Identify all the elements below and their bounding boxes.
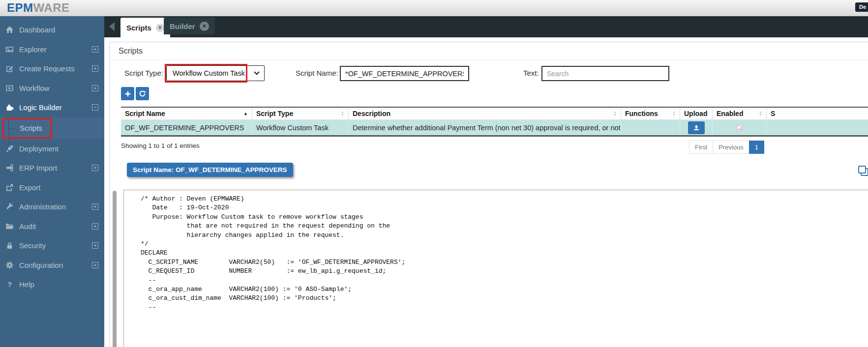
sidebar-menu: Dashboard Explorer + Create Requests + W… bbox=[0, 16, 104, 294]
sidebar-item-export[interactable]: Export bbox=[0, 178, 104, 198]
sort-asc-icon: ▲ bbox=[243, 111, 248, 116]
sort-icon: ▲▼ bbox=[759, 111, 762, 116]
sidebar-item-audit[interactable]: Audit + bbox=[0, 217, 104, 236]
sort-icon: ▲▼ bbox=[341, 111, 344, 116]
sidebar-item-security[interactable]: Security + bbox=[0, 236, 104, 256]
expand-icon[interactable]: + bbox=[92, 65, 98, 72]
lock-icon bbox=[5, 241, 14, 250]
expand-icon[interactable]: + bbox=[92, 223, 98, 230]
script-code-viewer: /* Author : Deven (EPMWARE) Date : 19-Oc… bbox=[123, 190, 868, 347]
expand-icon[interactable]: + bbox=[92, 242, 98, 249]
copy-icon[interactable] bbox=[857, 165, 868, 177]
edit-icon bbox=[5, 64, 14, 73]
pagination-page-1[interactable]: 1 bbox=[749, 141, 764, 154]
sidebar-item-explorer[interactable]: Explorer + bbox=[0, 40, 104, 59]
sidebar-item-dashboard[interactable]: Dashboard bbox=[0, 20, 104, 40]
gear-icon bbox=[5, 261, 14, 269]
refresh-button[interactable] bbox=[136, 87, 149, 100]
image-icon bbox=[5, 45, 14, 54]
sidebar-item-label: Help bbox=[19, 280, 34, 289]
showing-entries-text: Showing 1 to 1 of 1 entries bbox=[121, 142, 200, 149]
column-header-enabled[interactable]: Enabled ▲▼ bbox=[713, 108, 767, 119]
column-header-script-type[interactable]: Script Type ▲▼ bbox=[252, 108, 349, 119]
sidebar-item-label: Workflow bbox=[19, 84, 49, 92]
pagination-previous[interactable]: Previous bbox=[713, 141, 749, 154]
sidebar-item-logic-builder[interactable]: Logic Builder − bbox=[0, 98, 104, 117]
sidebar-item-label: Logic Builder bbox=[19, 103, 62, 112]
close-icon[interactable]: × bbox=[200, 22, 209, 31]
sidebar-item-administration[interactable]: Administration + bbox=[0, 197, 104, 217]
column-header-description[interactable]: Description ▲▼ bbox=[349, 108, 621, 119]
sidebar-item-label: ERP Import bbox=[19, 164, 57, 172]
sidebar: Dashboard Explorer + Create Requests + W… bbox=[0, 16, 104, 347]
folder-icon bbox=[5, 222, 14, 231]
tab-scripts[interactable]: Scripts × bbox=[120, 18, 170, 37]
pagination-first[interactable]: First bbox=[689, 141, 713, 154]
refresh-icon bbox=[139, 90, 146, 97]
epmware-logo: EPMWARE bbox=[7, 1, 70, 15]
sidebar-item-configuration[interactable]: Configuration + bbox=[0, 256, 104, 275]
expand-icon[interactable]: + bbox=[92, 165, 98, 171]
column-header-upload[interactable]: Upload bbox=[680, 108, 713, 119]
cell-script-name: OF_WF_DETERMINE_APPROVERS bbox=[121, 120, 252, 135]
add-button[interactable] bbox=[121, 87, 134, 100]
script-code: /* Author : Deven (EPMWARE) Date : 19-Oc… bbox=[141, 195, 868, 312]
sidebar-item-scripts[interactable]: Scripts bbox=[0, 117, 104, 139]
cell-cutoff bbox=[767, 120, 868, 135]
sidebar-item-workflow[interactable]: Workflow + bbox=[0, 79, 104, 98]
sidebar-item-erp-import[interactable]: ERP Import + bbox=[0, 158, 104, 178]
sign-in-icon bbox=[5, 164, 14, 172]
script-name-input[interactable] bbox=[340, 66, 469, 81]
sidebar-item-label: Security bbox=[19, 241, 46, 250]
scripts-panel: Scripts Script Type: Workflow Custom Tas… bbox=[109, 42, 868, 347]
sidebar-item-label: Create Requests bbox=[19, 64, 75, 73]
sidebar-item-label: Configuration bbox=[19, 261, 63, 269]
chevron-down-icon bbox=[254, 71, 260, 75]
logo-ware: WARE bbox=[33, 1, 70, 14]
cell-enabled: ✔ bbox=[713, 120, 767, 135]
text-label: Text: bbox=[523, 69, 539, 77]
upload-icon bbox=[693, 124, 700, 131]
expand-icon[interactable]: + bbox=[92, 262, 98, 268]
scripts-table: Script Name ▲ Script Type ▲▼ Description… bbox=[121, 107, 868, 137]
expand-icon[interactable]: + bbox=[92, 46, 98, 53]
collapse-icon[interactable]: − bbox=[92, 104, 98, 111]
sidebar-item-help[interactable]: ? Help bbox=[0, 275, 104, 294]
column-header-functions[interactable]: Functions ▲▼ bbox=[621, 108, 680, 119]
share-icon bbox=[5, 183, 14, 192]
cell-upload bbox=[680, 120, 713, 135]
enabled-checkbox[interactable]: ✔ bbox=[735, 123, 744, 132]
column-header-cutoff[interactable]: S bbox=[767, 108, 868, 119]
sidebar-item-label: Explorer bbox=[19, 45, 47, 54]
chevron-left-icon[interactable] bbox=[109, 22, 115, 31]
rocket-icon bbox=[5, 145, 14, 153]
red-annotation-box bbox=[2, 118, 52, 139]
expand-icon[interactable]: + bbox=[92, 85, 98, 91]
sidebar-item-label: Administration bbox=[19, 202, 66, 211]
expand-icon[interactable]: + bbox=[92, 203, 98, 210]
sort-icon: ▲▼ bbox=[672, 111, 676, 116]
wrench-icon bbox=[5, 202, 14, 211]
logo-epm: EPM bbox=[7, 1, 33, 14]
text-search-input[interactable] bbox=[541, 66, 669, 81]
tab-label: Scripts bbox=[126, 24, 151, 32]
pagination: First Previous 1 bbox=[689, 141, 764, 154]
column-header-script-name[interactable]: Script Name ▲ bbox=[121, 108, 252, 119]
puzzle-icon bbox=[5, 103, 14, 112]
plus-icon bbox=[124, 90, 131, 97]
home-icon bbox=[5, 26, 14, 34]
upload-button[interactable] bbox=[688, 121, 705, 134]
table-row[interactable]: OF_WF_DETERMINE_APPROVERS Workflow Custo… bbox=[121, 120, 868, 137]
close-icon[interactable]: × bbox=[156, 24, 164, 32]
sidebar-item-create-requests[interactable]: Create Requests + bbox=[0, 59, 104, 79]
panel-title: Scripts bbox=[110, 42, 868, 60]
sidebar-item-label: Dashboard bbox=[19, 26, 55, 34]
play-icon bbox=[5, 84, 14, 92]
vertical-scrollbar[interactable] bbox=[113, 191, 117, 347]
user-badge[interactable]: De bbox=[855, 2, 868, 12]
tab-builder[interactable]: Builder × bbox=[164, 18, 215, 34]
table-header-row: Script Name ▲ Script Type ▲▼ Description… bbox=[121, 107, 868, 120]
script-type-select[interactable]: Workflow Custom Task bbox=[166, 65, 265, 81]
sort-icon: ▲▼ bbox=[613, 111, 617, 116]
sidebar-item-deployment[interactable]: Deployment bbox=[0, 139, 104, 159]
